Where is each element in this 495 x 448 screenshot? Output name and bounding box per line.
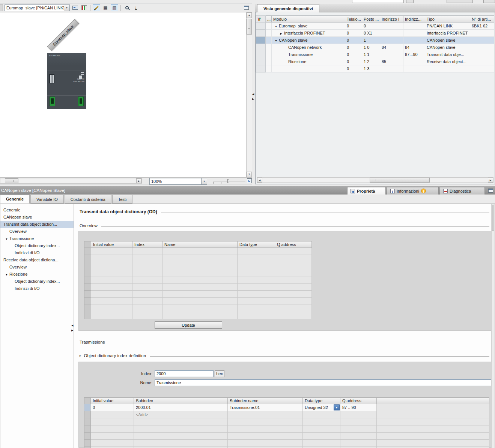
row-gutter[interactable] (256, 30, 266, 37)
cell-ind-i[interactable] (380, 30, 403, 37)
cell-tipo[interactable] (425, 65, 470, 72)
scroll-left-icon[interactable]: ◀ (257, 178, 262, 183)
col-modulo[interactable]: Modulo (272, 16, 345, 23)
cell-tipo[interactable]: Receive data object... (425, 58, 470, 65)
cell-ind-q[interactable]: 87...90 (403, 51, 425, 58)
col-indirizzo-q[interactable]: Indirizz... (403, 16, 425, 23)
zoom-icon[interactable] (123, 4, 131, 11)
nav-overview-2[interactable]: Overview (0, 264, 74, 271)
cell-telaio[interactable]: 0 (345, 30, 362, 37)
chevron-right-icon[interactable]: ▸ (80, 354, 81, 357)
index-input[interactable] (155, 370, 214, 377)
hardware-catalog-icon[interactable] (80, 4, 88, 11)
cell-articolo[interactable] (470, 65, 494, 72)
collapse-icon[interactable] (275, 25, 279, 28)
row-gutter[interactable] (256, 44, 266, 51)
tab-variabile-io[interactable]: Variabile IO (30, 195, 64, 204)
scroll-up-icon[interactable]: ▲ (247, 12, 252, 18)
col-initial-value[interactable]: Initial value (91, 398, 134, 404)
col-tipo[interactable]: Tipo (425, 16, 470, 23)
scroll-right-icon[interactable]: ▶ (136, 178, 141, 183)
nav-trasmissione[interactable]: Trasmissione (0, 235, 74, 242)
cell-articolo[interactable] (470, 37, 494, 44)
edit-mode-icon[interactable] (93, 4, 100, 11)
tab-diagnostica[interactable]: Diagnostica (440, 187, 485, 195)
row-gutter[interactable] (256, 65, 266, 72)
cell-ind-q[interactable]: 84 (403, 44, 425, 51)
col-dots[interactable]: ... (266, 16, 272, 23)
network-view-icon[interactable] (71, 4, 79, 11)
cell-ind-q[interactable] (403, 65, 425, 72)
cell-telaio[interactable]: 0 (345, 65, 362, 72)
cell-telaio[interactable]: 0 (345, 23, 362, 30)
tab-costanti-di-sistema[interactable]: Costanti di sistema (65, 195, 111, 204)
table-view-icon[interactable]: ▥ (111, 4, 118, 11)
scrollbar-thumb[interactable] (492, 205, 494, 231)
add-row[interactable]: <Add> (84, 411, 489, 418)
scroll-down-icon[interactable]: ▼ (247, 172, 252, 177)
cell-ind-i[interactable]: 84 (380, 44, 403, 51)
row-gutter[interactable] (256, 58, 266, 65)
cell-posto[interactable]: 0 X1 (362, 30, 380, 37)
nav-ricezione[interactable]: Ricezione (0, 271, 74, 278)
cell-posto[interactable]: 1 0 (362, 44, 380, 51)
nav-object-dictionary-index-2[interactable]: Object dictionary index... (0, 278, 74, 285)
row-gutter[interactable] (256, 23, 266, 30)
cell-posto[interactable]: 0 (362, 23, 380, 30)
table-row-ricezione[interactable]: Ricezione 0 1 2 85 Receive data object..… (256, 58, 494, 65)
cell-modulo[interactable]: CANopen network (272, 44, 345, 51)
save-layout-icon[interactable]: ↓ (132, 4, 140, 11)
collapse-right-icon[interactable]: ▶ (71, 329, 74, 332)
tab-proprieta[interactable]: Proprietà (347, 187, 386, 195)
cell-articolo[interactable]: 6BK1 62 (470, 23, 494, 30)
device-graphic-canvas[interactable]: Euromap_slave SIEMENS SIMATIC PN/CAN Lin… (0, 12, 252, 177)
cell-posto[interactable]: 1 (362, 37, 380, 44)
col-index[interactable]: Index (132, 241, 162, 248)
collapse-icon[interactable] (5, 235, 9, 242)
cell-ind-i[interactable]: 85 (380, 58, 403, 65)
scrollbar-thumb[interactable] (247, 19, 252, 35)
table-row-empty-slot[interactable]: 0 1 3 (256, 65, 494, 72)
tab-generale[interactable]: Generale (0, 195, 30, 204)
cell-modulo[interactable]: Euromap_slave (272, 23, 345, 30)
cell-ind-i[interactable] (380, 23, 403, 30)
collapse-left-icon[interactable]: ◀ (71, 324, 74, 327)
tab-informazioni[interactable]: Informazioni (387, 187, 439, 195)
row-gutter[interactable] (256, 51, 266, 58)
row-gutter[interactable] (256, 37, 266, 44)
cell-posto[interactable]: 1 3 (362, 65, 380, 72)
cell-modulo[interactable]: CANopen slave (272, 37, 345, 44)
panel-splitter[interactable]: ◀▶ (252, 93, 255, 100)
cell-ind-i[interactable] (380, 51, 403, 58)
col-q-address[interactable]: Q address (340, 398, 377, 404)
cell-subindex[interactable]: 2000.01 (134, 404, 228, 411)
cell-data-type-dropdown[interactable]: Unsigned 32 (303, 404, 340, 411)
float-panel-button[interactable] (242, 4, 250, 11)
pn-can-link-module[interactable]: SIEMENS SIMATIC PN/CAN Link (47, 53, 86, 109)
scrollbar-thumb[interactable] (370, 178, 430, 183)
chevron-down-icon[interactable]: ▼ (201, 178, 207, 184)
cell-ind-q[interactable] (403, 58, 425, 65)
cell-telaio[interactable]: 0 (345, 44, 362, 51)
device-selector-dropdown[interactable]: Euromap_slave [PN/CAN LINK] ▼ (5, 5, 70, 11)
update-button[interactable]: Update (155, 321, 222, 329)
cell-articolo[interactable] (470, 58, 494, 65)
table-row-canopen-network[interactable]: CANopen network 0 1 0 84 84 CANopen slav… (256, 44, 494, 51)
table-row-canopen-slave-selected[interactable]: CANopen slave 0 1 CANopen slave (256, 37, 494, 44)
dropdown-arrow-icon[interactable] (334, 404, 340, 410)
cell-tipo[interactable]: PN/CAN LINK (425, 23, 470, 30)
col-data-type[interactable]: Data type (303, 398, 340, 404)
cell-tipo[interactable]: Transmit data obje... (425, 51, 470, 58)
cell-subindex-name[interactable]: Trasmissione.01 (228, 404, 303, 411)
cell-ind-q[interactable] (403, 30, 425, 37)
table-row-euromap-slave[interactable]: Euromap_slave 0 0 PN/CAN LINK 6BK1 62 (256, 23, 494, 30)
fit-to-window-icon[interactable] (247, 178, 252, 183)
collapse-icon[interactable] (5, 271, 9, 278)
nav-generale[interactable]: Generale (0, 207, 74, 214)
dock-window-icon[interactable] (488, 189, 493, 193)
collapse-right-icon[interactable]: ▶ (252, 98, 255, 100)
col-indirizzo-i[interactable]: Indirizzo I (380, 16, 403, 23)
cell-articolo[interactable] (470, 30, 494, 37)
nav-indirizzi-io[interactable]: Indirizzi di I/O (0, 249, 74, 256)
cell-initial-value[interactable]: 0 (91, 404, 134, 411)
